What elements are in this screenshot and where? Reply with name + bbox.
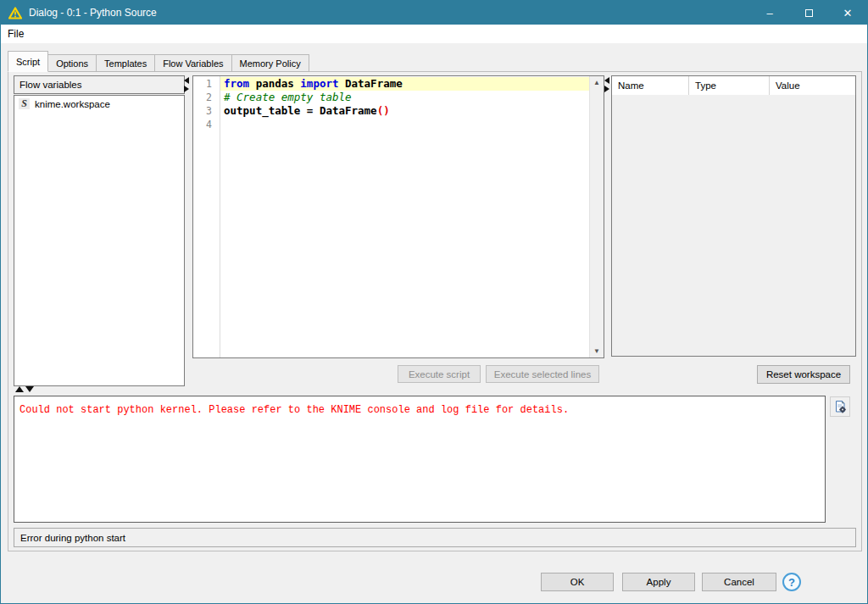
console-output[interactable]: Could not start python kernel. Please re… — [14, 396, 826, 523]
collapse-left-icon[interactable] — [604, 77, 609, 84]
table-header-row: Name Type Value — [612, 76, 855, 95]
tab-templates[interactable]: Templates — [96, 54, 155, 72]
clear-console-icon — [833, 400, 847, 413]
menu-bar: File — [1, 25, 867, 43]
line-number: 2 — [193, 91, 220, 104]
tab-options[interactable]: Options — [47, 54, 97, 72]
expand-right-icon[interactable] — [184, 86, 189, 92]
code-line-2[interactable]: 2 # Create empty table — [193, 91, 589, 104]
string-variable-icon: S — [19, 98, 30, 109]
line-number: 3 — [193, 104, 220, 118]
code-text: from pandas import DataFrame — [220, 77, 589, 91]
flow-variables-title: Flow variables — [19, 80, 82, 90]
dialog-window: Dialog - 0:1 - Python Source – ✕ File Sc… — [0, 0, 868, 604]
menu-file[interactable]: File — [1, 26, 31, 42]
scroll-down-icon[interactable]: ▼ — [593, 345, 600, 357]
line-number: 4 — [193, 118, 220, 131]
tab-bar: Script Options Templates Flow Variables … — [8, 53, 309, 72]
collapse-left-icon[interactable] — [184, 77, 189, 84]
left-splitter-arrows[interactable] — [184, 77, 191, 92]
script-tab-panel: Flow variables S knime.workspace 1 from … — [8, 71, 862, 551]
warning-triangle-icon — [8, 7, 22, 19]
maximize-glyph — [805, 9, 813, 17]
console-error-text: Could not start python kernel. Please re… — [19, 404, 569, 416]
status-bar: Error during python start — [14, 528, 856, 547]
code-line-4[interactable]: 4 — [193, 118, 589, 131]
flow-variable-item[interactable]: S knime.workspace — [14, 96, 184, 111]
editor-vertical-scrollbar[interactable]: ▲ ▼ — [589, 76, 604, 357]
reset-workspace-button[interactable]: Reset workspace — [757, 365, 850, 384]
close-icon[interactable]: ✕ — [828, 1, 867, 25]
tab-flow-variables[interactable]: Flow Variables — [154, 54, 231, 72]
code-text: # Create empty table — [220, 91, 589, 104]
column-header-name[interactable]: Name — [612, 76, 689, 95]
console-splitter-arrows[interactable] — [15, 386, 34, 392]
code-text — [220, 118, 589, 131]
execute-selected-lines-button[interactable]: Execute selected lines — [486, 365, 599, 383]
ok-button[interactable]: OK — [541, 573, 614, 591]
code-editor[interactable]: 1 from pandas import DataFrame 2 # Creat… — [192, 75, 604, 358]
tab-memory-policy[interactable]: Memory Policy — [231, 54, 309, 72]
clear-console-button[interactable] — [830, 396, 850, 417]
flow-variable-label: knime.workspace — [35, 99, 110, 109]
code-line-3[interactable]: 3 output_table = DataFrame() — [193, 104, 589, 118]
collapse-up-icon[interactable] — [15, 386, 24, 392]
column-header-value[interactable]: Value — [770, 76, 855, 95]
line-number: 1 — [193, 77, 220, 91]
flow-variables-list[interactable]: S knime.workspace — [14, 95, 185, 386]
right-splitter-arrows[interactable] — [604, 77, 611, 92]
window-title: Dialog - 0:1 - Python Source — [29, 7, 157, 19]
title-bar[interactable]: Dialog - 0:1 - Python Source – ✕ — [1, 1, 867, 25]
tab-script[interactable]: Script — [8, 51, 48, 72]
collapse-down-icon[interactable] — [25, 386, 34, 392]
minimize-icon[interactable]: – — [750, 1, 789, 25]
maximize-icon[interactable] — [789, 1, 828, 25]
code-line-1[interactable]: 1 from pandas import DataFrame — [193, 77, 589, 91]
code-text: output_table = DataFrame() — [220, 104, 589, 118]
workspace-variables-table[interactable]: Name Type Value — [611, 75, 856, 357]
expand-right-icon[interactable] — [604, 86, 609, 92]
apply-button[interactable]: Apply — [622, 573, 695, 591]
flow-variables-header: Flow variables — [14, 75, 185, 94]
status-text: Error during python start — [20, 533, 125, 543]
help-button[interactable]: ? — [782, 573, 801, 591]
scroll-up-icon[interactable]: ▲ — [593, 76, 600, 89]
code-area[interactable]: 1 from pandas import DataFrame 2 # Creat… — [193, 76, 589, 357]
column-header-type[interactable]: Type — [689, 76, 770, 95]
cancel-button[interactable]: Cancel — [702, 573, 776, 591]
execute-script-button[interactable]: Execute script — [398, 365, 481, 383]
window-controls: – ✕ — [750, 1, 867, 25]
